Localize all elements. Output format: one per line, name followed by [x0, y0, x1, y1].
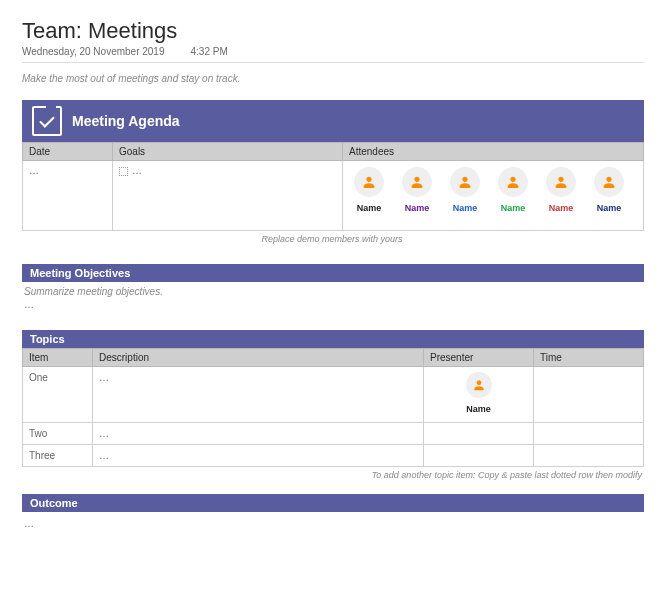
agenda-title: Meeting Agenda	[72, 113, 180, 129]
objectives-header: Meeting Objectives	[22, 264, 644, 282]
attendee-name: Name	[453, 203, 478, 213]
topic-row[interactable]: Two …	[23, 423, 644, 445]
agenda-date-cell[interactable]: …	[23, 161, 113, 231]
attendee[interactable]: Name	[445, 167, 485, 213]
presenter-name: Name	[466, 404, 491, 414]
attendee[interactable]: Name	[589, 167, 629, 213]
attendee-name: Name	[357, 203, 382, 213]
agenda-goals-text: …	[132, 165, 142, 176]
topic-presenter-cell[interactable]	[424, 423, 534, 445]
agenda-attendees-cell[interactable]: Name Name Name Name	[343, 161, 644, 231]
page: Team: Meetings Wednesday, 20 November 20…	[0, 0, 666, 603]
page-date[interactable]: Wednesday, 20 November 2019	[22, 46, 165, 57]
attendees-hint: Replace demo members with yours	[22, 231, 644, 244]
outcome-title: Outcome	[30, 497, 78, 509]
col-presenter: Presenter	[424, 349, 534, 367]
person-icon	[594, 167, 624, 197]
col-description: Description	[93, 349, 424, 367]
person-icon	[354, 167, 384, 197]
attendee[interactable]: Name	[349, 167, 389, 213]
agenda-goals-cell[interactable]: …	[113, 161, 343, 231]
outcome-content[interactable]: …	[22, 512, 644, 535]
objectives-content[interactable]: …	[22, 299, 644, 310]
attendee[interactable]: Name	[541, 167, 581, 213]
topic-description[interactable]: …	[93, 423, 424, 445]
attendee[interactable]: Name	[493, 167, 533, 213]
agenda-icon	[32, 106, 62, 136]
topic-item[interactable]: Three	[23, 445, 93, 467]
col-date: Date	[23, 143, 113, 161]
col-time: Time	[534, 349, 644, 367]
topic-description[interactable]: …	[93, 367, 424, 423]
attendee-name: Name	[549, 203, 574, 213]
page-time[interactable]: 4:32 PM	[191, 46, 228, 57]
checkbox-placeholder-icon	[119, 167, 128, 176]
attendee-name: Name	[501, 203, 526, 213]
topic-presenter-cell[interactable]	[424, 445, 534, 467]
attendees-row: Name Name Name Name	[349, 165, 637, 213]
col-goals: Goals	[113, 143, 343, 161]
person-icon	[498, 167, 528, 197]
attendee[interactable]: Name	[397, 167, 437, 213]
person-icon	[546, 167, 576, 197]
person-icon	[402, 167, 432, 197]
topics-header: Topics	[22, 330, 644, 348]
topic-time[interactable]	[534, 445, 644, 467]
topics-title: Topics	[30, 333, 65, 345]
col-attendees: Attendees	[343, 143, 644, 161]
agenda-header: Meeting Agenda	[22, 100, 644, 142]
person-icon	[450, 167, 480, 197]
attendee-name: Name	[405, 203, 430, 213]
col-item: Item	[23, 349, 93, 367]
outcome-header: Outcome	[22, 494, 644, 512]
topic-time[interactable]	[534, 367, 644, 423]
agenda-table: Date Goals Attendees … … Name Name	[22, 142, 644, 231]
objectives-title: Meeting Objectives	[30, 267, 130, 279]
topic-time[interactable]	[534, 423, 644, 445]
topic-row[interactable]: One … Name	[23, 367, 644, 423]
page-title[interactable]: Team: Meetings	[22, 18, 644, 44]
attendee-name: Name	[597, 203, 622, 213]
topics-hint: To add another topic item: Copy & paste …	[22, 467, 644, 480]
topic-item[interactable]: Two	[23, 423, 93, 445]
page-meta: Wednesday, 20 November 2019 4:32 PM	[22, 44, 644, 63]
topic-item[interactable]: One	[23, 367, 93, 423]
page-tagline[interactable]: Make the most out of meetings and stay o…	[22, 73, 644, 84]
topic-description[interactable]: …	[93, 445, 424, 467]
topics-table: Item Description Presenter Time One … Na…	[22, 348, 644, 467]
objectives-placeholder[interactable]: Summarize meeting objectives.	[22, 282, 644, 299]
person-icon	[466, 372, 492, 398]
topic-row[interactable]: Three …	[23, 445, 644, 467]
topic-presenter-cell[interactable]: Name	[424, 367, 534, 423]
